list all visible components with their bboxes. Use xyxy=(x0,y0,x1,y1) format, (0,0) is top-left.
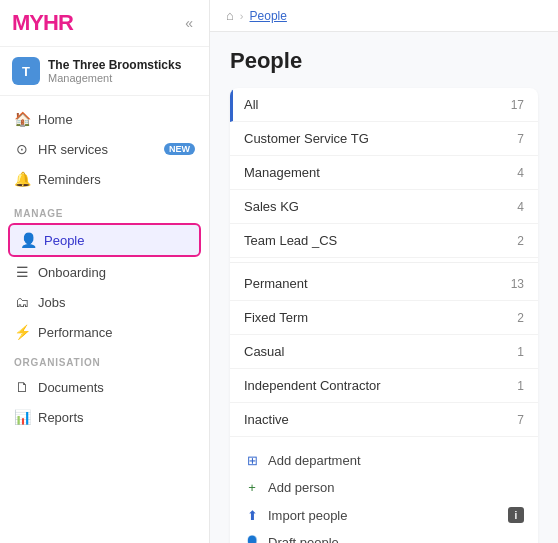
sidebar-item-home[interactable]: 🏠 Home xyxy=(0,104,209,134)
org-sub: Management xyxy=(48,72,181,84)
reminders-icon: 🔔 xyxy=(14,171,30,187)
org-avatar: T xyxy=(12,57,40,85)
sidebar-item-onboarding-label: Onboarding xyxy=(38,265,106,280)
item-perm-label: Permanent xyxy=(244,276,308,291)
sidebar-item-onboarding[interactable]: ☰ Onboarding xyxy=(0,257,209,287)
sidebar-item-people[interactable]: 👤 People xyxy=(8,223,201,257)
import-people-icon: ⬆ xyxy=(244,508,260,523)
sidebar-item-hr-services-label: HR services xyxy=(38,142,108,157)
sidebar-item-performance[interactable]: ⚡ Performance xyxy=(0,317,209,347)
sidebar-header: MYHR « xyxy=(0,0,209,47)
sidebar-item-reports-label: Reports xyxy=(38,410,84,425)
main-nav: 🏠 Home ⊙ HR services NEW 🔔 Reminders xyxy=(0,96,209,198)
performance-icon: ⚡ xyxy=(14,324,30,340)
jobs-icon: 🗂 xyxy=(14,294,30,310)
list-item-permanent[interactable]: Permanent 13 xyxy=(230,267,538,301)
item-all-label: All xyxy=(244,97,258,112)
onboarding-icon: ☰ xyxy=(14,264,30,280)
item-mgmt-label: Management xyxy=(244,165,320,180)
import-info-badge: i xyxy=(508,507,524,523)
breadcrumb-separator: › xyxy=(240,10,244,22)
people-content: People All 17 Customer Service TG 7 Mana… xyxy=(210,32,558,543)
add-department-icon: ⊞ xyxy=(244,453,260,468)
add-person-action[interactable]: + Add person xyxy=(244,474,524,501)
people-list: All 17 Customer Service TG 7 Management … xyxy=(230,88,538,543)
item-cas-label: Casual xyxy=(244,344,284,359)
sidebar-item-home-label: Home xyxy=(38,112,73,127)
sidebar-item-reports[interactable]: 📊 Reports xyxy=(0,402,209,432)
item-ind-count: 1 xyxy=(517,379,524,393)
add-department-label: Add department xyxy=(268,453,361,468)
sidebar-item-documents-label: Documents xyxy=(38,380,104,395)
add-person-label: Add person xyxy=(268,480,335,495)
draft-people-icon: 👤 xyxy=(244,535,260,543)
sidebar-item-hr-services[interactable]: ⊙ HR services NEW xyxy=(0,134,209,164)
list-item-teamlead[interactable]: Team Lead _CS 2 xyxy=(230,224,538,258)
reports-icon: 📊 xyxy=(14,409,30,425)
add-department-action[interactable]: ⊞ Add department xyxy=(244,447,524,474)
logo-suffix: HR xyxy=(43,10,73,35)
org-section-label: ORGANISATION xyxy=(0,347,209,372)
draft-people-action[interactable]: 👤 Draft people xyxy=(244,529,524,543)
item-cas-count: 1 xyxy=(517,345,524,359)
org-nav: 🗋 Documents 📊 Reports xyxy=(0,372,209,432)
item-ft-count: 2 xyxy=(517,311,524,325)
hr-services-badge: NEW xyxy=(164,143,195,155)
item-sales-count: 4 xyxy=(517,200,524,214)
import-people-action[interactable]: ⬆ Import people i xyxy=(244,501,524,529)
sidebar-item-performance-label: Performance xyxy=(38,325,112,340)
list-item-fixed-term[interactable]: Fixed Term 2 xyxy=(230,301,538,335)
add-person-icon: + xyxy=(244,480,260,495)
item-all-count: 17 xyxy=(511,98,524,112)
sidebar-item-reminders-label: Reminders xyxy=(38,172,101,187)
list-item-casual[interactable]: Casual 1 xyxy=(230,335,538,369)
sidebar-item-people-label: People xyxy=(44,233,84,248)
item-ft-label: Fixed Term xyxy=(244,310,308,325)
item-tl-count: 2 xyxy=(517,234,524,248)
item-inactive-label: Inactive xyxy=(244,412,289,427)
item-perm-count: 13 xyxy=(511,277,524,291)
logo-prefix: MY xyxy=(12,10,43,35)
draft-people-label: Draft people xyxy=(268,535,339,543)
collapse-button[interactable]: « xyxy=(181,13,197,33)
org-details: The Three Broomsticks Management xyxy=(48,58,181,84)
hr-services-icon: ⊙ xyxy=(14,141,30,157)
sidebar: MYHR « T The Three Broomsticks Managemen… xyxy=(0,0,210,543)
breadcrumb-home-icon[interactable]: ⌂ xyxy=(226,8,234,23)
actions-section: ⊞ Add department + Add person ⬆ Import p… xyxy=(230,437,538,543)
documents-icon: 🗋 xyxy=(14,379,30,395)
breadcrumb-current[interactable]: People xyxy=(250,9,287,23)
sidebar-item-reminders[interactable]: 🔔 Reminders xyxy=(0,164,209,194)
item-tl-label: Team Lead _CS xyxy=(244,233,337,248)
sidebar-item-jobs[interactable]: 🗂 Jobs xyxy=(0,287,209,317)
item-sales-label: Sales KG xyxy=(244,199,299,214)
list-item-inactive[interactable]: Inactive 7 xyxy=(230,403,538,437)
logo: MYHR xyxy=(12,10,73,36)
item-inactive-count: 7 xyxy=(517,413,524,427)
list-item-sales[interactable]: Sales KG 4 xyxy=(230,190,538,224)
org-name: The Three Broomsticks xyxy=(48,58,181,72)
sidebar-item-documents[interactable]: 🗋 Documents xyxy=(0,372,209,402)
list-item-independent[interactable]: Independent Contractor 1 xyxy=(230,369,538,403)
list-item-customer-service[interactable]: Customer Service TG 7 xyxy=(230,122,538,156)
list-divider xyxy=(230,262,538,263)
people-icon: 👤 xyxy=(20,232,36,248)
import-people-label: Import people xyxy=(268,508,348,523)
item-ind-label: Independent Contractor xyxy=(244,378,381,393)
item-cs-label: Customer Service TG xyxy=(244,131,369,146)
manage-section-label: MANAGE xyxy=(0,198,209,223)
sidebar-item-jobs-label: Jobs xyxy=(38,295,65,310)
list-item-management[interactable]: Management 4 xyxy=(230,156,538,190)
item-mgmt-count: 4 xyxy=(517,166,524,180)
main-content-area: ⌂ › People People All 17 Customer Servic… xyxy=(210,0,558,543)
home-icon: 🏠 xyxy=(14,111,30,127)
item-cs-count: 7 xyxy=(517,132,524,146)
list-item-all[interactable]: All 17 xyxy=(230,88,538,122)
breadcrumb: ⌂ › People xyxy=(210,0,558,32)
org-info[interactable]: T The Three Broomsticks Management xyxy=(0,47,209,96)
page-title: People xyxy=(230,48,538,74)
manage-nav: 👤 People ☰ Onboarding 🗂 Jobs ⚡ Performan… xyxy=(0,223,209,347)
